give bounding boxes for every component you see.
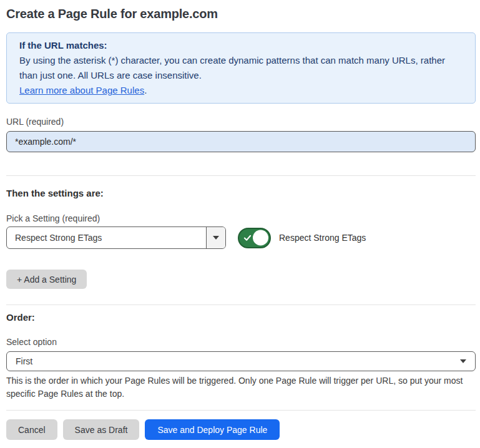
setting-row: Respect Strong ETags Respect Strong ETag… [6, 226, 476, 249]
order-heading: Order: [6, 312, 476, 323]
info-box-heading: If the URL matches: [19, 38, 463, 53]
learn-more-link[interactable]: Learn more about Page Rules [19, 85, 144, 95]
settings-heading: Then the settings are: [6, 188, 476, 199]
order-help-text: This is the order in which your Page Rul… [6, 374, 476, 401]
etags-toggle-label: Respect Strong ETags [279, 233, 366, 243]
setting-select-value: Respect Strong ETags [7, 227, 206, 248]
save-deploy-button[interactable]: Save and Deploy Page Rule [145, 419, 280, 440]
order-select-value: First [16, 356, 32, 366]
footer-actions: Cancel Save as Draft Save and Deploy Pag… [6, 419, 476, 440]
page-rule-form: Create a Page Rule for example.com If th… [6, 0, 476, 440]
etags-toggle[interactable] [238, 228, 271, 248]
order-select-label: Select option [6, 337, 476, 348]
page-title: Create a Page Rule for example.com [6, 0, 476, 21]
check-icon [243, 234, 252, 242]
pick-setting-label: Pick a Setting (required) [6, 213, 476, 224]
url-match-info-box: If the URL matches: By using the asteris… [6, 32, 476, 104]
save-draft-button[interactable]: Save as Draft [63, 419, 140, 440]
section-divider [6, 304, 476, 305]
link-suffix: . [144, 85, 147, 95]
caret-down-icon [213, 236, 219, 240]
info-box-body: By using the asterisk (*) character, you… [19, 53, 463, 83]
info-box-link-line: Learn more about Page Rules. [19, 83, 463, 98]
caret-down-icon [460, 359, 466, 363]
cancel-button[interactable]: Cancel [6, 419, 57, 440]
toggle-knob [253, 230, 268, 246]
order-select[interactable]: First [6, 351, 476, 371]
setting-select[interactable]: Respect Strong ETags [6, 226, 226, 249]
section-divider [6, 175, 476, 176]
url-input[interactable] [6, 131, 476, 152]
setting-select-dropdown-button[interactable] [206, 227, 225, 248]
url-field-label: URL (required) [6, 117, 476, 127]
footer-divider [6, 410, 476, 411]
add-setting-button[interactable]: + Add a Setting [6, 270, 87, 289]
